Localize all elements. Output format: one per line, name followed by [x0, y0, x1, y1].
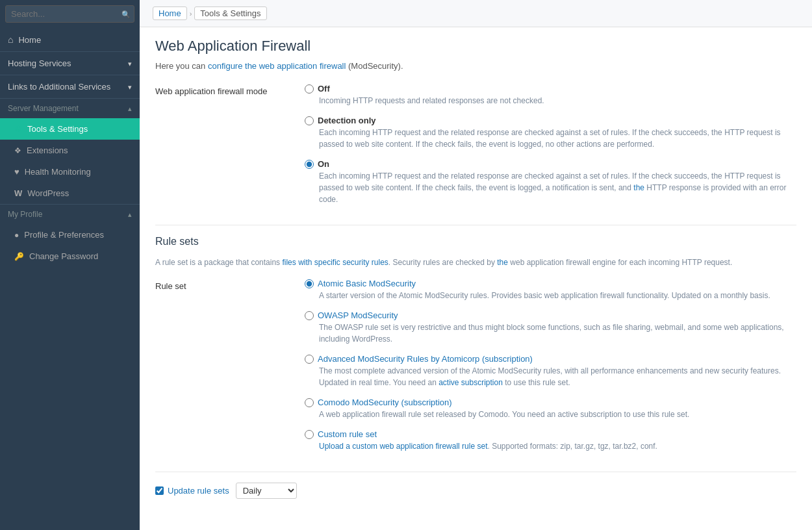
advanced-name: Advanced ModSecurity Rules by Atomicorp …: [318, 354, 533, 364]
sidebar-home-label: Home: [18, 35, 41, 45]
firewall-mode-row: Web application firewall mode Off Incomi…: [155, 84, 796, 214]
rule-atomic: Atomic Basic ModSecurity A starter versi…: [305, 279, 796, 301]
server-chevron-icon: [128, 104, 132, 113]
rule-comodo-label[interactable]: Comodo ModSecurity (subscription): [305, 398, 796, 407]
breadcrumb-current: Tools & Settings: [194, 6, 266, 20]
comodo-desc: A web application firewall rule set rele…: [319, 409, 796, 420]
rule-advanced-label[interactable]: Advanced ModSecurity Rules by Atomicorp …: [305, 354, 796, 364]
sidebar-item-health[interactable]: Health Monitoring: [0, 161, 140, 183]
sidebar-item-change-password[interactable]: Change Password: [0, 246, 140, 267]
radio-detection[interactable]: [305, 116, 314, 125]
sidebar-item-profile-preferences[interactable]: Profile & Preferences: [0, 224, 140, 246]
hosting-services-label: Hosting Services: [8, 58, 71, 68]
off-desc: Incoming HTTP requests and related respo…: [319, 95, 796, 107]
sidebar-item-extensions[interactable]: Extensions: [0, 140, 140, 161]
sidebar-item-wordpress[interactable]: WordPress: [0, 183, 140, 204]
rule-atomic-label[interactable]: Atomic Basic ModSecurity: [305, 279, 796, 288]
rule-custom-label[interactable]: Custom rule set: [305, 429, 796, 439]
page-title: Web Application Firewall: [155, 38, 796, 55]
change-password-icon: [14, 251, 24, 261]
tools-settings-label: Tools & Settings: [27, 124, 88, 134]
update-checkbox-label[interactable]: Update rule sets: [155, 486, 229, 496]
detection-desc: Each incoming HTTP request and the relat…: [319, 127, 796, 150]
rule-advanced: Advanced ModSecurity Rules by Atomicorp …: [305, 354, 796, 388]
sidebar-group-links[interactable]: Links to Additional Services: [0, 75, 140, 98]
atomic-desc: A starter version of the Atomic ModSecur…: [319, 290, 796, 301]
sidebar-group-hosting[interactable]: Hosting Services: [0, 51, 140, 75]
change-password-label: Change Password: [29, 251, 98, 261]
home-icon: [8, 34, 13, 45]
rule-comodo: Comodo ModSecurity (subscription) A web …: [305, 398, 796, 420]
radio-on[interactable]: [305, 160, 314, 169]
rule-set-options: Atomic Basic ModSecurity A starter versi…: [305, 279, 796, 461]
rule-owasp: OWASP ModSecurity The OWASP rule set is …: [305, 310, 796, 345]
sidebar: Home Hosting Services Links to Additiona…: [0, 0, 140, 530]
search-input[interactable]: [5, 5, 134, 23]
radio-on-label[interactable]: On: [305, 159, 796, 169]
sidebar-group-server[interactable]: Server Management: [0, 98, 140, 118]
profile-preferences-label: Profile & Preferences: [24, 230, 104, 240]
owasp-name: OWASP ModSecurity: [318, 310, 398, 320]
radio-comodo[interactable]: [305, 398, 314, 407]
radio-option-detection: Detection only Each incoming HTTP reques…: [305, 116, 796, 150]
radio-atomic[interactable]: [305, 279, 314, 288]
breadcrumb: Home › Tools & Settings: [140, 0, 812, 27]
tools-icon: [14, 124, 22, 134]
sidebar-item-tools[interactable]: Tools & Settings: [0, 118, 140, 140]
radio-option-on: On Each incoming HTTP request and the re…: [305, 159, 796, 205]
detection-label: Detection only: [318, 116, 376, 125]
radio-off[interactable]: [305, 84, 314, 94]
rule-owasp-label[interactable]: OWASP ModSecurity: [305, 310, 796, 320]
rule-sets-title: Rule sets: [155, 236, 796, 250]
intro-text: Here you can configure the web applicati…: [155, 61, 796, 71]
radio-detection-label[interactable]: Detection only: [305, 116, 796, 125]
off-label: Off: [318, 84, 330, 94]
divider-1: [155, 225, 796, 225]
rule-custom: Custom rule set Upload a custom web appl…: [305, 429, 796, 452]
rule-set-row: Rule set Atomic Basic ModSecurity A star…: [155, 279, 796, 461]
health-monitoring-label: Health Monitoring: [25, 167, 91, 177]
myprofile-chevron-icon: [128, 210, 132, 219]
profile-icon: [14, 230, 19, 240]
links-chevron-icon: [128, 82, 132, 92]
my-profile-label: My Profile: [8, 210, 42, 219]
update-rule-sets-row: Update rule sets Daily Weekly Monthly: [155, 483, 796, 499]
divider-2: [155, 472, 796, 472]
extensions-label: Extensions: [27, 145, 68, 155]
update-frequency-select[interactable]: Daily Weekly Monthly: [236, 483, 297, 499]
radio-owasp[interactable]: [305, 311, 314, 320]
main-content: Home › Tools & Settings Web Application …: [140, 0, 812, 530]
breadcrumb-separator: ›: [190, 10, 192, 18]
sidebar-item-home[interactable]: Home: [0, 28, 140, 51]
radio-custom[interactable]: [305, 430, 314, 439]
wordpress-icon: [14, 188, 22, 198]
comodo-name: Comodo ModSecurity (subscription): [318, 398, 452, 407]
server-mgmt-label: Server Management: [8, 104, 79, 113]
on-desc: Each incoming HTTP request and the relat…: [319, 170, 796, 205]
custom-name: Custom rule set: [318, 429, 377, 439]
rule-set-label: Rule set: [155, 279, 305, 461]
search-container: [0, 0, 140, 28]
atomic-name: Atomic Basic ModSecurity: [318, 279, 416, 288]
custom-desc: Upload a custom web application firewall…: [319, 440, 796, 452]
on-label: On: [318, 159, 329, 169]
sidebar-group-myprofile[interactable]: My Profile: [0, 204, 140, 224]
links-label: Links to Additional Services: [8, 82, 110, 92]
firewall-options: Off Incoming HTTP requests and related r…: [305, 84, 796, 214]
radio-advanced[interactable]: [305, 355, 314, 364]
radio-off-label[interactable]: Off: [305, 84, 796, 94]
radio-option-off: Off Incoming HTTP requests and related r…: [305, 84, 796, 107]
firewall-mode-label: Web application firewall mode: [155, 84, 305, 214]
health-icon: [14, 167, 19, 177]
hosting-chevron-icon: [128, 58, 132, 68]
wordpress-label: WordPress: [27, 188, 69, 198]
update-label: Update rule sets: [168, 486, 229, 496]
owasp-desc: The OWASP rule set is very restrictive a…: [319, 322, 796, 345]
advanced-desc: The most complete advanced version of th…: [319, 365, 796, 388]
update-checkbox[interactable]: [155, 486, 164, 495]
breadcrumb-home[interactable]: Home: [153, 6, 187, 20]
rule-sets-desc: A rule set is a package that contains fi…: [155, 257, 796, 268]
extensions-icon: [14, 145, 21, 155]
